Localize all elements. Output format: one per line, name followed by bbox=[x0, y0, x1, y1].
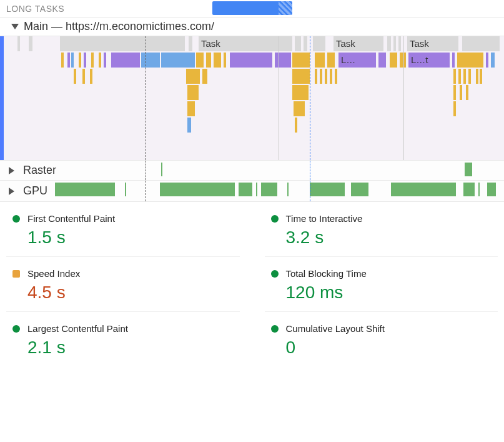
gpu-block[interactable] bbox=[487, 183, 496, 196]
task-block[interactable] bbox=[60, 36, 185, 51]
flame-chart[interactable]: Task Task Task L… L…t bbox=[0, 36, 504, 160]
frame-block[interactable] bbox=[466, 85, 468, 100]
gpu-block[interactable] bbox=[463, 183, 475, 196]
frame-block[interactable] bbox=[84, 53, 86, 68]
frame-block[interactable] bbox=[468, 69, 471, 84]
frame-block[interactable] bbox=[206, 53, 211, 68]
long-task-block[interactable] bbox=[212, 1, 292, 15]
frame-block[interactable] bbox=[90, 69, 92, 84]
metric-tti[interactable]: Time to Interactive 3.2 s bbox=[265, 202, 498, 257]
frame-block[interactable] bbox=[111, 53, 140, 68]
raster-block[interactable] bbox=[161, 163, 162, 176]
frame-block[interactable] bbox=[486, 53, 488, 68]
frame-block[interactable] bbox=[161, 53, 195, 68]
frame-block[interactable] bbox=[104, 53, 106, 68]
frame-block[interactable] bbox=[67, 53, 70, 68]
task-block-small[interactable] bbox=[313, 36, 325, 51]
frame-block[interactable] bbox=[480, 69, 482, 84]
frame-block[interactable] bbox=[457, 53, 483, 68]
frame-block[interactable] bbox=[91, 53, 94, 68]
frame-block[interactable] bbox=[315, 69, 317, 84]
frame-block[interactable] bbox=[187, 85, 199, 100]
frame-block[interactable] bbox=[230, 53, 272, 68]
task-block[interactable] bbox=[462, 36, 500, 51]
chevron-right-icon[interactable] bbox=[9, 188, 14, 195]
gpu-block[interactable] bbox=[239, 183, 252, 196]
frame-block[interactable] bbox=[292, 69, 310, 84]
frame-block[interactable] bbox=[453, 101, 456, 116]
frame-block[interactable] bbox=[335, 69, 337, 84]
frame-block-labeled[interactable]: L…t bbox=[408, 53, 450, 68]
task-block-small[interactable] bbox=[398, 36, 401, 51]
frame-block[interactable] bbox=[141, 53, 160, 68]
gpu-block[interactable] bbox=[287, 183, 289, 196]
frame-block[interactable] bbox=[196, 53, 204, 68]
gpu-block[interactable] bbox=[351, 183, 368, 196]
frame-block-labeled[interactable]: L… bbox=[338, 53, 376, 68]
marker-dashed bbox=[145, 181, 146, 201]
frame-block[interactable] bbox=[187, 118, 191, 133]
frame-block[interactable] bbox=[463, 69, 466, 84]
gpu-block[interactable] bbox=[478, 183, 480, 196]
frame-block[interactable] bbox=[71, 53, 74, 68]
raster-block[interactable] bbox=[465, 163, 472, 176]
frame-block[interactable] bbox=[330, 69, 332, 84]
frame-block[interactable] bbox=[214, 53, 221, 68]
frame-block[interactable] bbox=[325, 69, 327, 84]
frame-block[interactable] bbox=[295, 118, 297, 133]
gpu-block[interactable] bbox=[391, 183, 456, 196]
task-block-labeled[interactable]: Task bbox=[407, 36, 458, 51]
gpu-block[interactable] bbox=[125, 183, 126, 196]
main-thread-header[interactable]: Main — https://m.economictimes.com/ bbox=[0, 18, 504, 36]
frame-block[interactable] bbox=[224, 53, 226, 68]
frame-block[interactable] bbox=[61, 53, 64, 68]
frame-block[interactable] bbox=[82, 69, 85, 84]
frame-block[interactable] bbox=[99, 53, 101, 68]
frame-block[interactable] bbox=[187, 101, 195, 116]
metric-tbt[interactable]: Total Blocking Time 120 ms bbox=[265, 257, 498, 312]
task-block-small[interactable] bbox=[387, 36, 391, 51]
frame-block[interactable] bbox=[275, 53, 291, 68]
frame-block[interactable] bbox=[400, 53, 406, 68]
frame-block[interactable] bbox=[79, 53, 81, 68]
chevron-right-icon[interactable] bbox=[9, 167, 14, 174]
frame-block[interactable] bbox=[491, 53, 495, 68]
task-block-labeled[interactable]: Task bbox=[334, 36, 383, 51]
frame-block[interactable] bbox=[74, 69, 76, 84]
metric-si[interactable]: Speed Index 4.5 s bbox=[6, 257, 240, 312]
raster-track[interactable]: Raster bbox=[0, 161, 504, 181]
metric-lcp[interactable]: Largest Contentful Paint 2.1 s bbox=[6, 312, 240, 366]
frame-block[interactable] bbox=[378, 53, 386, 68]
task-block-small[interactable] bbox=[17, 36, 20, 51]
frame-block[interactable] bbox=[452, 53, 455, 68]
long-tasks-track[interactable]: LONG TASKS bbox=[0, 0, 504, 18]
task-block-small[interactable] bbox=[304, 36, 307, 51]
frame-block[interactable] bbox=[292, 85, 309, 100]
task-block-small[interactable] bbox=[295, 36, 301, 51]
gpu-block[interactable] bbox=[261, 183, 277, 196]
gpu-track[interactable]: GPU bbox=[0, 181, 504, 202]
frame-block[interactable] bbox=[453, 69, 456, 84]
task-block-small[interactable] bbox=[189, 36, 192, 51]
frame-block[interactable] bbox=[453, 85, 456, 100]
metric-fcp[interactable]: First Contentful Paint 1.5 s bbox=[6, 202, 240, 257]
gpu-block[interactable] bbox=[55, 183, 115, 196]
chevron-down-icon[interactable] bbox=[11, 24, 19, 29]
gpu-block[interactable] bbox=[160, 183, 235, 196]
frame-block[interactable] bbox=[186, 69, 200, 84]
frame-block[interactable] bbox=[476, 69, 478, 84]
frame-block[interactable] bbox=[320, 69, 322, 84]
frame-block[interactable] bbox=[294, 101, 305, 116]
frame-block[interactable] bbox=[458, 69, 461, 84]
metric-cls[interactable]: Cumulative Layout Shift 0 bbox=[265, 312, 498, 366]
frame-block[interactable] bbox=[390, 53, 397, 68]
gpu-block[interactable] bbox=[310, 183, 345, 196]
frame-block[interactable] bbox=[327, 53, 335, 68]
gpu-block[interactable] bbox=[256, 183, 257, 196]
frame-block[interactable] bbox=[202, 69, 207, 84]
task-block-small[interactable] bbox=[393, 36, 396, 51]
frame-block[interactable] bbox=[315, 53, 325, 68]
frame-block[interactable] bbox=[460, 85, 462, 100]
task-block-small[interactable] bbox=[29, 36, 32, 51]
frame-block[interactable] bbox=[292, 53, 310, 68]
